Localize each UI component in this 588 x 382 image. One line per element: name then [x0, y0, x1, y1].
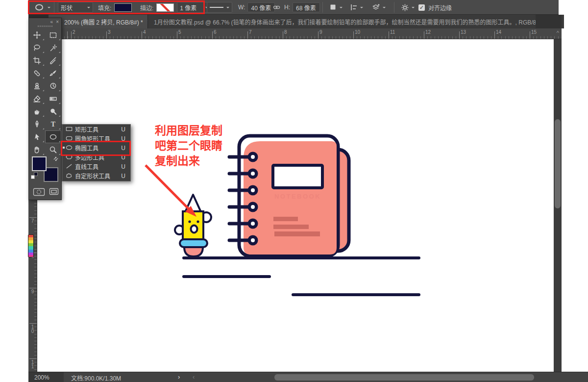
- height-group: H: 68 像素: [284, 0, 320, 15]
- tab1-title: 200% (椭圆 2 拷贝, RGB/8#) *: [64, 18, 143, 26]
- stroke-group: 描边: 1 像素: [140, 0, 211, 15]
- tool-gradient[interactable]: [45, 92, 61, 105]
- tool-preset-picker[interactable]: [34, 0, 50, 15]
- tool-pen[interactable]: [29, 118, 45, 130]
- align-edges-checkbox[interactable]: ✓: [418, 4, 425, 11]
- zoom-level-box[interactable]: 200%: [28, 372, 64, 382]
- status-bar: 200% 文档:900.0K/1.30M › ‹: [28, 372, 588, 382]
- tool-brush[interactable]: [45, 67, 61, 79]
- vertical-scrollbar[interactable]: [554, 39, 562, 372]
- path-operations-button[interactable]: [329, 0, 343, 15]
- h-label: H:: [284, 4, 290, 11]
- link-dimensions-button[interactable]: [272, 0, 281, 15]
- align-edges-label: 对齐边缘: [428, 3, 452, 12]
- tool-history-brush[interactable]: [45, 79, 61, 92]
- width-input[interactable]: 40 像素: [247, 2, 275, 12]
- vertical-scrollbar-thumb[interactable]: [555, 119, 561, 208]
- ellipse-icon: [34, 3, 45, 12]
- stroke-label: 描边:: [140, 3, 153, 12]
- chevron-down-icon: [226, 7, 229, 10]
- rectangle-icon: [66, 126, 73, 132]
- status-popup-arrow[interactable]: ›: [178, 373, 180, 381]
- menu-item-rounded-rectangle-tool[interactable]: 圆角矩形工具 U: [62, 134, 130, 143]
- tool-smudge[interactable]: [29, 105, 45, 118]
- menu-shortcut: U: [121, 126, 125, 133]
- h-ruler-number: 7: [249, 29, 252, 35]
- tab-bar-filler: [536, 15, 562, 28]
- pencil-eraser: [184, 247, 203, 256]
- tab2-title: 1月份图文教程.psd @ 66.7% (铅笔的身体画出来了后，我们接着要绘制铅…: [154, 18, 541, 26]
- v-ruler-number: 10: [30, 324, 35, 333]
- stroke-width-select[interactable]: 1 像素: [177, 2, 211, 13]
- tool-mode-select[interactable]: 形状: [58, 0, 93, 15]
- tool-eraser[interactable]: [29, 92, 45, 105]
- tool-clone-stamp[interactable]: [29, 79, 45, 92]
- menu-item-line-tool[interactable]: 直线工具 U: [62, 162, 130, 171]
- document-canvas[interactable]: 利用图层复制 吧第二个眼睛 复制出来 NOTEBOOK: [37, 39, 554, 372]
- menu-label: 矩形工具: [75, 125, 98, 133]
- quick-mask-button[interactable]: [33, 188, 45, 198]
- tool-rectangular-marquee[interactable]: [45, 28, 61, 41]
- screen-mode-button[interactable]: [49, 188, 59, 198]
- separator: [54, 2, 54, 13]
- menu-label: 直线工具: [75, 162, 98, 171]
- tool-magic-wand[interactable]: [45, 41, 61, 54]
- path-arrangement-button[interactable]: [371, 0, 386, 15]
- stroke-style-select[interactable]: [207, 0, 232, 15]
- svg-text:T: T: [51, 121, 56, 128]
- tool-move[interactable]: [29, 28, 45, 41]
- stroke-color-swatch[interactable]: [156, 3, 174, 12]
- menu-item-ellipse-tool[interactable]: 椭圆工具 U: [62, 143, 130, 153]
- scroll-left-arrow[interactable]: ‹: [193, 373, 195, 381]
- default-colors-icon[interactable]: [31, 172, 39, 180]
- stroke-width-value: 1 像素: [180, 3, 196, 12]
- panel-drag-grip[interactable]: [38, 25, 52, 27]
- path-alignment-button[interactable]: [350, 0, 363, 15]
- horizontal-ruler[interactable]: 2 3 4 5 6 7 8 9 10 11 12 13 14 15 ^: [28, 28, 562, 39]
- pencil-eye-right: [196, 220, 199, 223]
- tool-type[interactable]: T: [45, 118, 61, 130]
- v-ruler-number: 7: [30, 218, 35, 223]
- v-ruler-number: 11: [30, 359, 35, 368]
- annotation-line-2: 吧第二个眼睛: [155, 138, 222, 153]
- pencil-eye-left: [188, 220, 191, 223]
- menu-shortcut: U: [121, 154, 125, 161]
- fill-color-swatch[interactable]: [114, 3, 132, 12]
- align-edges-group[interactable]: ✓ 对齐边缘: [418, 0, 452, 15]
- swap-colors-icon[interactable]: [52, 155, 59, 164]
- close-icon[interactable]: ×: [56, 19, 59, 25]
- h-ruler-number: 9: [319, 29, 322, 35]
- width-group: W: 40 像素: [238, 0, 275, 15]
- menu-shortcut: U: [121, 173, 125, 179]
- tab-document-2[interactable]: 1月份图文教程.psd @ 66.7% (铅笔的身体画出来了后，我们接着要绘制铅…: [147, 15, 564, 28]
- h-ruler-number: 2: [73, 29, 75, 35]
- zoom-level: 200%: [34, 374, 49, 381]
- ruler-collapse-icon[interactable]: ^: [557, 30, 559, 36]
- polygon-icon: [66, 154, 73, 160]
- tool-eyedropper[interactable]: [45, 54, 61, 67]
- menu-item-rectangle-tool[interactable]: 矩形工具 U: [62, 125, 130, 134]
- h-ruler-number: 15: [531, 29, 537, 35]
- tool-lasso[interactable]: [29, 41, 45, 54]
- height-value: 68 像素: [296, 3, 316, 12]
- chevron-down-icon: [360, 7, 363, 10]
- menu-item-polygon-tool[interactable]: 多边形工具 U: [62, 153, 130, 162]
- menu-shortcut: U: [121, 145, 125, 152]
- menu-item-custom-shape-tool[interactable]: 自定形状工具 U: [62, 171, 130, 180]
- horizontal-scrollbar-thumb[interactable]: [274, 374, 534, 381]
- tool-spot-healing-brush[interactable]: [29, 67, 45, 79]
- tool-ellipse-shape[interactable]: [45, 130, 61, 143]
- foreground-color-swatch[interactable]: [32, 156, 47, 171]
- pencil-mouth: [191, 226, 197, 233]
- canvas-artwork: [37, 39, 554, 372]
- tool-path-selection[interactable]: [29, 130, 45, 143]
- chevron-down-icon: [383, 7, 386, 10]
- pencil-character: [175, 195, 211, 256]
- tool-dodge[interactable]: [45, 105, 61, 118]
- tool-grid: T: [29, 28, 61, 169]
- shape-settings-button[interactable]: [401, 0, 415, 15]
- collapse-panel-icon[interactable]: «: [50, 19, 53, 25]
- height-input[interactable]: 68 像素: [293, 2, 320, 12]
- tools-panel: « × T: [28, 18, 62, 200]
- tool-crop[interactable]: [29, 54, 45, 67]
